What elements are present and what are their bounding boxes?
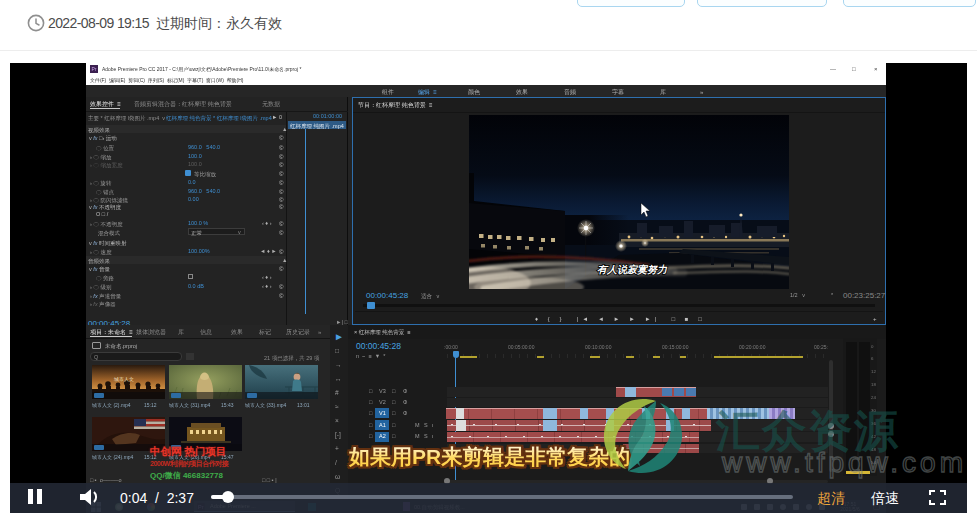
svg-text:城市人文: 城市人文 xyxy=(113,376,134,382)
svg-text:有人说寂寞努力: 有人说寂寞努力 xyxy=(597,264,668,275)
